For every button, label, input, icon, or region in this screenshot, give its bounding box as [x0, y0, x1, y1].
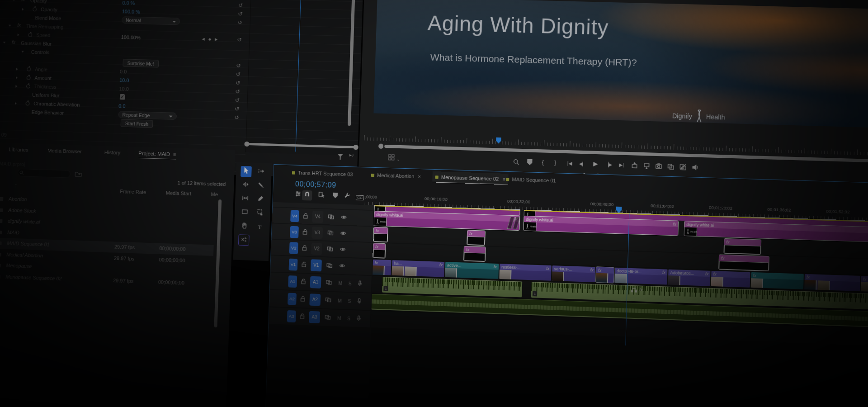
razor-tool[interactable] — [255, 180, 267, 191]
checkbox[interactable]: ✓ — [120, 94, 125, 99]
chevron-right-icon[interactable] — [15, 85, 17, 88]
program-playhead-marker[interactable] — [496, 137, 501, 144]
export-frame-icon[interactable] — [654, 161, 664, 170]
effect-param-value[interactable]: 100.00% — [121, 34, 141, 40]
clip-video[interactable]: restless-...fx — [499, 264, 551, 281]
chevron-right-icon[interactable] — [15, 102, 17, 105]
clip-graphic-small[interactable]: fx — [467, 230, 485, 245]
reset-parameter-icon[interactable]: ↺ — [237, 19, 242, 26]
reset-parameter-icon[interactable]: ↺ — [236, 62, 241, 69]
solo-button[interactable]: S — [349, 281, 352, 286]
chevron-right-icon[interactable] — [16, 76, 18, 79]
navigate-up-icon[interactable]: ↑ — [14, 182, 17, 189]
source-patch-v4[interactable]: V4 — [290, 210, 299, 222]
stopwatch-icon[interactable] — [25, 101, 29, 105]
effect-param-value[interactable]: 10.0 — [119, 86, 129, 92]
sequence-tab-1[interactable]: Trans HRT Sequence 03 — [292, 167, 353, 180]
solo-button[interactable]: S — [348, 298, 351, 303]
type-tool[interactable]: T — [254, 221, 265, 232]
timeline-timecode[interactable]: 00;00;57;09 — [295, 180, 336, 189]
marker-icon[interactable] — [330, 191, 340, 202]
panel-menu-icon[interactable]: ≡ — [502, 176, 505, 182]
source-patch-a2[interactable]: A2 — [288, 293, 297, 305]
sequence-tab-3[interactable]: Menopause Sequence 02≡ — [432, 171, 508, 185]
sync-lock-icon[interactable] — [327, 229, 334, 237]
effect-button[interactable]: Start Fresh — [121, 119, 153, 128]
volume-icon[interactable] — [690, 162, 700, 171]
sync-lock-icon[interactable] — [324, 314, 331, 322]
toggle-track-output-eye-icon[interactable] — [340, 246, 346, 253]
clip-video[interactable]: fx — [751, 272, 804, 289]
project-tab-media-browser[interactable]: Media Browser — [47, 148, 82, 154]
reset-parameter-icon[interactable]: ↺ — [235, 106, 240, 112]
remix-tool[interactable] — [238, 234, 250, 246]
hand-tool[interactable] — [239, 221, 250, 232]
effect-param-value[interactable]: 0.0 — [120, 69, 127, 74]
lock-icon[interactable] — [301, 245, 308, 252]
sequence-tab-2[interactable]: Medical Abortion× — [371, 170, 421, 182]
step-back-icon[interactable]: ◀▏ — [577, 159, 588, 168]
snap-icon[interactable] — [302, 190, 312, 201]
toggle-track-output-eye-icon[interactable] — [340, 230, 347, 237]
sync-lock-icon[interactable] — [326, 279, 332, 287]
clip-graphic-small[interactable]: fx — [724, 239, 761, 254]
stopwatch-icon[interactable] — [27, 67, 31, 71]
reset-parameter-icon[interactable]: ↺ — [235, 97, 240, 103]
search-input[interactable] — [18, 169, 71, 178]
mute-button[interactable]: M — [338, 280, 342, 285]
clip-video[interactable]: AdobeStoc...fx — [668, 270, 711, 286]
zoom-icon[interactable] — [511, 157, 521, 166]
mute-button[interactable]: M — [338, 298, 342, 303]
sync-lock-icon[interactable] — [326, 245, 333, 253]
mic-icon[interactable] — [357, 280, 363, 288]
effect-param-value[interactable]: 0.0 % — [122, 0, 135, 6]
play-audio-icon[interactable]: ▸♪ — [349, 152, 354, 157]
source-patch-a1[interactable]: A1 — [288, 275, 297, 288]
source-patch-v3[interactable]: V3 — [290, 226, 299, 238]
effect-param-value[interactable]: 10.0 — [119, 77, 129, 83]
effect-dropdown[interactable]: Repeat Edge — [118, 111, 177, 120]
play-icon[interactable]: ▶ — [590, 160, 601, 168]
chevron-right-icon[interactable] — [16, 68, 18, 71]
column-header[interactable]: Me — [211, 191, 218, 197]
mute-button[interactable]: M — [337, 316, 341, 321]
effect-param-value[interactable]: 100.0 % — [122, 9, 140, 14]
track-target-v4[interactable]: V4 — [312, 210, 323, 222]
stopwatch-icon[interactable] — [28, 33, 32, 37]
ripple-edit-tool[interactable] — [240, 180, 251, 191]
lock-icon[interactable] — [299, 313, 306, 321]
source-patch-v2[interactable]: V2 — [289, 242, 298, 254]
step-forward-icon[interactable]: ▕▶ — [604, 160, 614, 169]
object-selection-tool[interactable] — [255, 208, 266, 219]
track-target-a3[interactable]: A3 — [309, 311, 320, 323]
project-tab-history[interactable]: History — [104, 150, 121, 156]
extract-icon[interactable] — [642, 161, 652, 170]
mark-in-icon[interactable]: { — [538, 158, 548, 166]
source-patch-a3[interactable]: A3 — [287, 310, 296, 322]
pen-tool[interactable] — [255, 194, 266, 205]
clip-graphic-small[interactable]: fx — [719, 255, 769, 271]
reset-parameter-icon[interactable]: ↺ — [236, 71, 241, 77]
track-select-forward-tool[interactable] — [256, 166, 267, 178]
go-to-in-icon[interactable]: |◀ — [565, 159, 575, 167]
lock-icon[interactable] — [300, 278, 307, 286]
clip-graphic-small[interactable]: fx — [464, 246, 486, 261]
add-marker-icon[interactable] — [524, 157, 535, 166]
effect-dropdown[interactable]: Normal — [122, 16, 180, 25]
effect-controls-keyframe-lane[interactable] — [245, 0, 363, 156]
clip-video[interactable]: fx — [373, 260, 392, 275]
reset-parameter-icon[interactable]: ↺ — [236, 80, 241, 86]
clip-video[interactable]: fx — [596, 267, 614, 283]
rectangle-tool[interactable] — [239, 207, 250, 218]
effect-param-value[interactable]: 0.0 — [118, 103, 126, 109]
pm-scroll-handle[interactable] — [378, 144, 383, 149]
lift-icon[interactable] — [629, 161, 640, 169]
clip-video[interactable]: fx — [711, 271, 750, 288]
captions-icon[interactable]: CC — [355, 192, 365, 202]
stopwatch-icon[interactable] — [33, 7, 37, 11]
mic-icon[interactable] — [355, 315, 362, 323]
go-to-out-icon[interactable]: ▶| — [616, 161, 627, 169]
reset-parameter-icon[interactable]: ↺ — [235, 88, 240, 95]
lock-icon[interactable] — [301, 261, 307, 269]
effect-button[interactable]: Surprise Me! — [123, 59, 159, 67]
